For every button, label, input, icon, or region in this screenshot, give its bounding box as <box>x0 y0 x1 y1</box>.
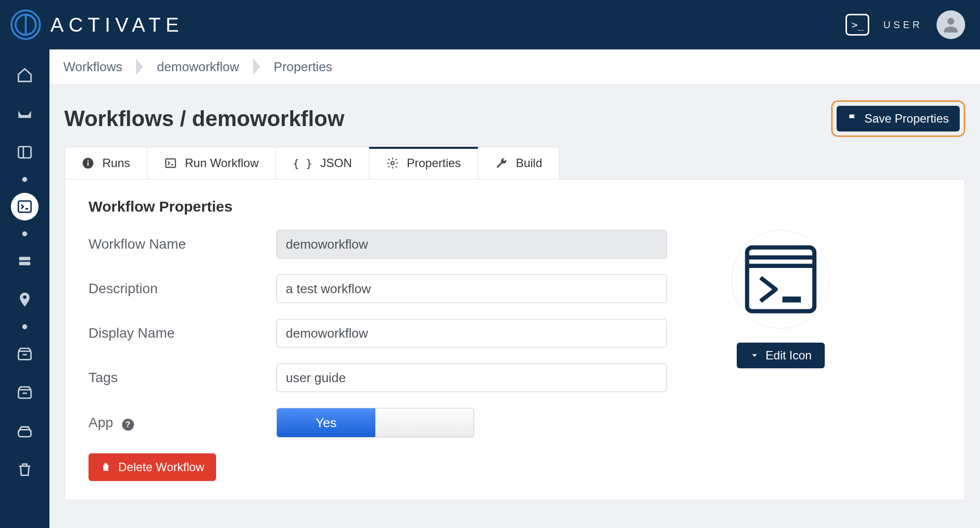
tab-label: JSON <box>320 156 352 170</box>
tab-label: Properties <box>407 156 461 170</box>
sidebar-archive-in[interactable] <box>11 340 39 368</box>
trash-icon <box>100 462 111 473</box>
svg-rect-5 <box>18 201 31 213</box>
description-label: Description <box>89 281 276 297</box>
sidebar-panel[interactable] <box>11 138 39 166</box>
workflow-icon <box>739 237 823 321</box>
chevron-right-icon <box>253 58 260 75</box>
tags-label: Tags <box>89 370 276 386</box>
svg-rect-10 <box>18 430 31 437</box>
tab-runs[interactable]: Runs <box>64 147 147 179</box>
terminal-button[interactable]: >_ <box>846 14 869 36</box>
inbox-icon <box>16 105 33 122</box>
edit-icon-label: Edit Icon <box>765 349 811 362</box>
delete-button-label: Delete Workflow <box>118 460 204 474</box>
svg-point-15 <box>391 162 394 165</box>
tab-label: Run Workflow <box>185 156 259 170</box>
save-highlight: Save Properties <box>831 100 965 137</box>
home-icon <box>16 67 33 84</box>
gear-icon <box>386 157 399 170</box>
tab-build[interactable]: Build <box>478 147 559 179</box>
svg-rect-3 <box>18 147 31 158</box>
app-label: App ? <box>89 415 276 431</box>
tab-properties[interactable]: Properties <box>369 147 478 179</box>
archive-icon <box>16 346 33 362</box>
app-toggle[interactable]: Yes <box>276 408 474 438</box>
workflow-name-label: Workflow Name <box>89 236 276 252</box>
sidebar-trash[interactable] <box>11 456 39 484</box>
avatar-icon <box>940 14 961 35</box>
tabs: Runs Run Workflow { } JSON Properties Bu… <box>49 142 980 179</box>
tab-run-workflow[interactable]: Run Workflow <box>147 147 276 179</box>
storage-icon <box>16 423 33 440</box>
brand-logo[interactable]: ACTIVATE <box>10 9 184 41</box>
chevron-down-icon <box>750 351 759 360</box>
sidebar-separator <box>22 324 27 329</box>
display-name-label: Display Name <box>89 325 276 341</box>
properties-panel: Workflow Properties Workflow Name Descri… <box>64 179 965 500</box>
wrench-icon <box>495 157 508 170</box>
save-properties-button[interactable]: Save Properties <box>837 106 960 132</box>
workflow-icon-preview <box>731 230 830 329</box>
breadcrumb-item[interactable]: Workflows <box>63 59 122 75</box>
sidebar-archive-out[interactable] <box>11 379 39 406</box>
trash-icon <box>16 461 33 478</box>
breadcrumb-item[interactable]: Properties <box>274 59 333 75</box>
tab-json[interactable]: { } JSON <box>275 147 369 179</box>
svg-rect-12 <box>88 162 89 166</box>
archive-out-icon <box>16 384 33 401</box>
help-icon[interactable]: ? <box>122 419 134 431</box>
sidebar-home[interactable] <box>11 61 39 89</box>
sidebar-server[interactable] <box>11 247 39 275</box>
workflow-name-input <box>276 230 667 259</box>
run-icon <box>164 157 177 170</box>
server-icon <box>16 253 33 269</box>
panel-heading: Workflow Properties <box>89 198 941 215</box>
toggle-on-label: Yes <box>277 408 375 437</box>
edit-icon-button[interactable]: Edit Icon <box>737 343 824 368</box>
chevron-right-icon <box>136 58 143 75</box>
save-button-label: Save Properties <box>864 112 949 126</box>
info-icon <box>82 157 94 170</box>
app-label-text: App <box>89 415 113 430</box>
breadcrumb: Workflows demoworkflow Properties <box>49 49 980 85</box>
sidebar <box>0 49 49 528</box>
tab-label: Runs <box>102 156 130 170</box>
svg-rect-14 <box>166 159 176 167</box>
terminal-square-icon <box>16 198 33 215</box>
page-title: Workflows / demoworkflow <box>64 106 344 131</box>
panel-icon <box>16 144 33 161</box>
sidebar-storage[interactable] <box>11 417 39 445</box>
breadcrumb-item[interactable]: demoworkflow <box>157 59 239 75</box>
sidebar-separator <box>22 231 27 236</box>
sidebar-inbox[interactable] <box>11 100 39 128</box>
description-input[interactable] <box>276 274 667 303</box>
sidebar-location[interactable] <box>11 286 39 313</box>
pin-icon <box>16 291 33 308</box>
delete-workflow-button[interactable]: Delete Workflow <box>89 453 216 481</box>
tags-input[interactable] <box>276 363 667 392</box>
svg-rect-7 <box>19 262 31 265</box>
tab-label: Build <box>516 156 542 170</box>
logo-icon <box>10 9 42 41</box>
braces-icon: { } <box>293 157 312 170</box>
svg-rect-6 <box>19 257 31 261</box>
app-header: ACTIVATE >_ USER <box>0 0 980 49</box>
user-avatar[interactable] <box>936 10 965 39</box>
brand-text: ACTIVATE <box>50 14 184 36</box>
svg-rect-13 <box>88 160 89 161</box>
terminal-icon: >_ <box>851 19 863 31</box>
flag-icon <box>847 113 858 124</box>
sidebar-separator <box>22 177 27 182</box>
sidebar-workflows[interactable] <box>11 193 39 220</box>
user-label: USER <box>883 19 923 31</box>
display-name-input[interactable] <box>276 319 667 348</box>
svg-point-2 <box>947 18 954 25</box>
